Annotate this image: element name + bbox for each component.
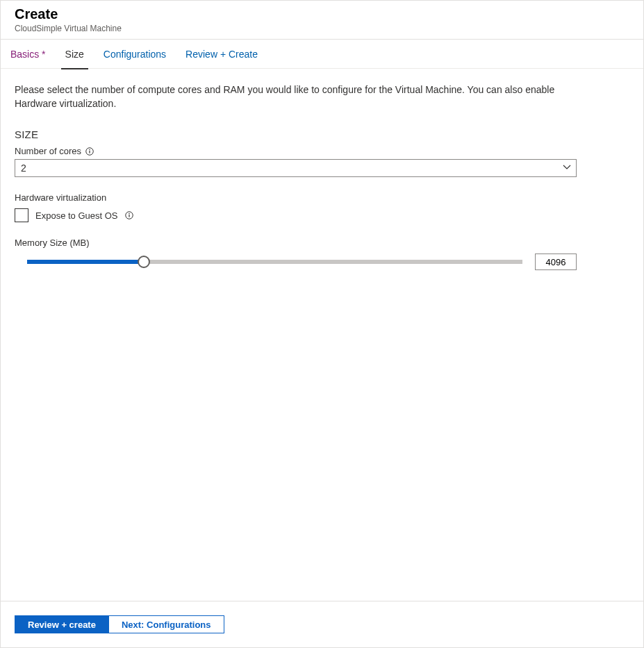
- memory-slider[interactable]: [15, 255, 522, 269]
- cores-select[interactable]: 2: [15, 159, 577, 177]
- info-icon[interactable]: [85, 147, 94, 156]
- page-subtitle: CloudSimple Virtual Machine: [15, 24, 629, 33]
- expose-row: Expose to Guest OS: [15, 208, 629, 222]
- memory-row: [15, 254, 577, 270]
- tab-label: Review + Create: [185, 49, 258, 60]
- memory-input[interactable]: [535, 254, 577, 270]
- page-title: Create: [15, 6, 629, 22]
- svg-rect-5: [129, 215, 129, 217]
- cores-label: Number of cores: [15, 146, 81, 156]
- tab-label: Configurations: [104, 49, 166, 60]
- header: Create CloudSimple Virtual Machine: [1, 1, 643, 39]
- expose-label: Expose to Guest OS: [35, 210, 118, 221]
- svg-point-1: [89, 149, 90, 150]
- cores-label-row: Number of cores: [15, 146, 629, 156]
- expose-checkbox[interactable]: [15, 208, 28, 222]
- wizard-tabs: Basics * Size Configurations Review + Cr…: [1, 40, 643, 69]
- button-label: Next: Configurations: [122, 620, 211, 630]
- description-text: Please select the number of compute core…: [15, 83, 584, 110]
- tab-label: Basics *: [10, 49, 46, 60]
- create-wizard-frame: Create CloudSimple Virtual Machine Basic…: [0, 0, 644, 648]
- wizard-footer: Review + create Next: Configurations: [1, 601, 643, 647]
- hw-virt-label: Hardware virtualization: [15, 192, 629, 203]
- memory-label: Memory Size (MB): [15, 238, 629, 248]
- button-label: Review + create: [28, 620, 96, 630]
- tab-basics[interactable]: Basics *: [9, 40, 47, 69]
- next-configurations-button[interactable]: Next: Configurations: [109, 615, 224, 633]
- tab-review-create[interactable]: Review + Create: [184, 40, 259, 69]
- content-area: Please select the number of compute core…: [1, 69, 643, 601]
- cores-select-box[interactable]: 2: [15, 159, 577, 177]
- svg-point-4: [129, 213, 130, 215]
- slider-fill: [27, 260, 144, 264]
- section-title-size: SIZE: [15, 128, 629, 140]
- tab-label: Size: [65, 49, 84, 60]
- svg-rect-2: [89, 150, 90, 153]
- review-create-button[interactable]: Review + create: [15, 615, 109, 633]
- tab-configurations[interactable]: Configurations: [102, 40, 167, 69]
- cores-value: 2: [21, 163, 26, 174]
- info-icon[interactable]: [125, 211, 133, 219]
- slider-thumb[interactable]: [138, 256, 150, 268]
- tab-size[interactable]: Size: [64, 40, 85, 69]
